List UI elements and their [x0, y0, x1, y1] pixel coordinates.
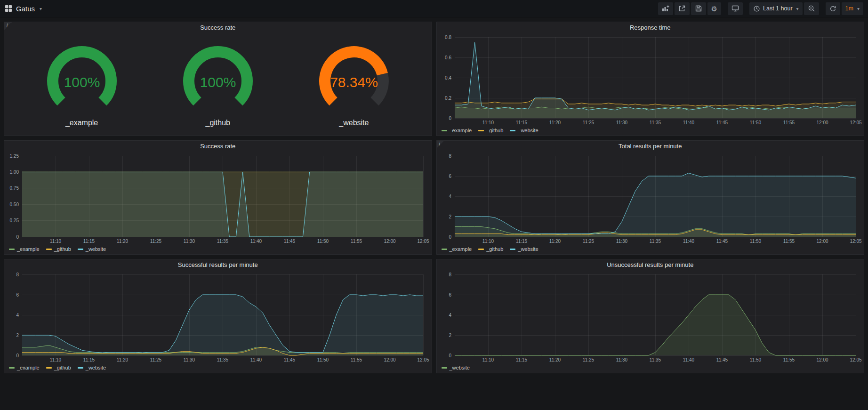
svg-text:0.8: 0.8: [445, 35, 451, 40]
svg-text:11:35: 11:35: [649, 239, 661, 244]
svg-text:11:50: 11:50: [317, 239, 329, 244]
svg-text:11:20: 11:20: [549, 239, 561, 244]
svg-text:11:45: 11:45: [284, 239, 296, 244]
svg-text:0: 0: [16, 234, 19, 240]
chart-area[interactable]: 00.250.500.751.001.2511:1011:1511:2011:2…: [4, 152, 432, 245]
panel-title[interactable]: Response time: [437, 22, 864, 33]
settings-button[interactable]: ⚙: [707, 2, 721, 15]
gauge-label: _example: [65, 119, 98, 127]
legend-item-_website[interactable]: _website: [78, 246, 106, 252]
svg-text:11:45: 11:45: [716, 239, 728, 244]
save-button[interactable]: [691, 2, 706, 15]
panel-success-rate-chart: Success rate 00.250.500.751.001.2511:101…: [4, 140, 432, 255]
gauge-value: 100%: [200, 74, 236, 90]
panel-successful-results: Successful results per minute 0246811:10…: [4, 259, 432, 373]
legend-item-_website[interactable]: _website: [78, 365, 106, 370]
chevron-down-icon[interactable]: ▾: [40, 6, 42, 11]
gauge-_website: 78.34%_website: [295, 42, 413, 127]
svg-text:11:55: 11:55: [783, 120, 795, 125]
gauge-_github: 100%_github: [159, 42, 277, 127]
dashboard-grid-icon[interactable]: [5, 5, 12, 12]
legend-item-_website[interactable]: _website: [510, 128, 538, 133]
gauge-value: 78.34%: [330, 74, 378, 90]
gauge-_example: 100%_example: [23, 42, 141, 127]
time-range-picker[interactable]: Last 1 hour ▾: [749, 2, 803, 15]
dashboard-title[interactable]: Gatus: [16, 5, 35, 13]
add-panel-button[interactable]: [658, 2, 673, 15]
legend-item-_github[interactable]: _github: [46, 365, 71, 370]
panel-title[interactable]: Successful results per minute: [4, 259, 432, 271]
legend-item-_github[interactable]: _github: [478, 246, 503, 252]
svg-text:11:15: 11:15: [83, 239, 95, 244]
svg-text:11:25: 11:25: [150, 357, 162, 362]
svg-text:4: 4: [449, 194, 451, 199]
share-icon: [678, 5, 686, 12]
chart-legend: _example_github_website: [4, 363, 432, 373]
legend-item-_website[interactable]: _website: [442, 365, 470, 370]
legend-swatch: [78, 367, 83, 369]
zoom-out-button[interactable]: [804, 2, 819, 15]
cycle-view-button[interactable]: [728, 2, 743, 15]
svg-text:11:10: 11:10: [50, 239, 62, 244]
svg-text:2: 2: [449, 214, 451, 219]
legend-label: _github: [54, 246, 71, 252]
refresh-button[interactable]: [826, 2, 840, 15]
legend-item-_github[interactable]: _github: [46, 246, 71, 252]
legend-swatch: [46, 367, 52, 369]
panel-info-icon[interactable]: i: [4, 22, 12, 30]
svg-text:11:45: 11:45: [284, 357, 296, 362]
chart-area[interactable]: 00.20.40.60.811:1011:1511:2011:2511:3011…: [437, 33, 864, 126]
panel-title[interactable]: Total results per minute: [437, 141, 864, 152]
legend-item-_example[interactable]: _example: [442, 246, 472, 252]
panel-title[interactable]: Success rate: [4, 22, 432, 33]
svg-text:11:25: 11:25: [582, 239, 594, 244]
svg-text:11:50: 11:50: [749, 120, 761, 125]
refresh-interval-picker[interactable]: 1m ▾: [842, 2, 863, 15]
panel-title[interactable]: Success rate: [4, 141, 432, 152]
legend-item-_example[interactable]: _example: [9, 246, 40, 252]
chart-area[interactable]: 0246811:1011:1511:2011:2511:3011:3511:40…: [4, 271, 432, 363]
legend-swatch: [478, 249, 484, 250]
navbar-left: Gatus ▾: [5, 5, 42, 13]
panel-info-icon[interactable]: i: [437, 141, 444, 148]
panel-response-time: Response time 00.20.40.60.811:1011:1511:…: [436, 22, 865, 136]
svg-text:11:55: 11:55: [783, 239, 795, 244]
panel-title[interactable]: Unsuccessful results per minute: [437, 259, 864, 271]
svg-text:11:30: 11:30: [184, 357, 195, 362]
chart-area[interactable]: 0246811:1011:1511:2011:2511:3011:3511:40…: [437, 271, 864, 363]
svg-text:8: 8: [449, 153, 451, 159]
legend-item-_example[interactable]: _example: [442, 128, 472, 133]
svg-text:11:40: 11:40: [250, 239, 262, 244]
svg-text:11:40: 11:40: [683, 120, 694, 125]
svg-text:2: 2: [449, 333, 451, 338]
legend-label: _website: [518, 246, 538, 252]
chart-area[interactable]: 0246811:1011:1511:2011:2511:3011:3511:40…: [437, 152, 864, 245]
refresh-icon: [829, 5, 836, 12]
svg-text:2: 2: [16, 333, 19, 338]
legend-label: _website: [518, 128, 538, 133]
svg-text:11:20: 11:20: [117, 357, 129, 362]
refresh-interval-label: 1m: [845, 5, 853, 12]
legend-item-_github[interactable]: _github: [478, 128, 503, 133]
save-icon: [695, 5, 702, 12]
svg-text:11:55: 11:55: [351, 239, 362, 244]
legend-item-_website[interactable]: _website: [510, 246, 538, 252]
svg-text:0: 0: [449, 116, 451, 121]
legend-swatch: [9, 367, 15, 369]
legend-label: _github: [54, 365, 71, 370]
svg-text:12:00: 12:00: [384, 239, 395, 244]
share-button[interactable]: [675, 2, 690, 15]
gauge-label: _website: [339, 119, 369, 127]
legend-item-_example[interactable]: _example: [9, 365, 40, 370]
svg-text:11:30: 11:30: [616, 357, 627, 362]
svg-text:11:25: 11:25: [582, 120, 594, 125]
legend-label: _website: [450, 365, 470, 370]
svg-text:0.75: 0.75: [10, 185, 19, 191]
legend-label: _github: [486, 246, 503, 252]
legend-swatch: [510, 130, 515, 131]
svg-text:12:05: 12:05: [850, 239, 861, 244]
svg-text:11:20: 11:20: [117, 239, 129, 244]
clock-icon: [753, 5, 760, 12]
panel-total-results: i Total results per minute 0246811:1011:…: [436, 140, 865, 255]
svg-text:6: 6: [449, 292, 451, 297]
